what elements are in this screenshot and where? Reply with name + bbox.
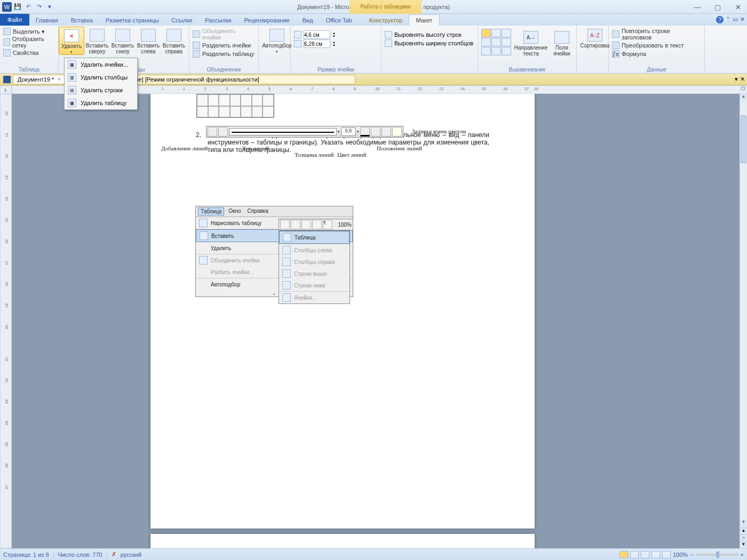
sort-icon: A↓Z: [587, 29, 602, 42]
insert-left-button[interactable]: Вставить слева: [136, 27, 161, 55]
tab-view[interactable]: Вид: [296, 15, 320, 26]
scroll-up-icon[interactable]: ▲: [740, 94, 747, 101]
status-words[interactable]: Число слов: 770: [58, 551, 102, 558]
split-cells-button[interactable]: Разделить ячейки: [193, 42, 255, 49]
doc-toolbar-figure: ▾ 0,5▾: [206, 126, 403, 138]
ribbon-options-icon[interactable]: ▭: [733, 16, 738, 23]
label-add-lines: Добавление линий: [161, 145, 208, 151]
status-proofing-icon[interactable]: ✗: [112, 551, 116, 558]
web-view-icon[interactable]: [641, 551, 649, 558]
delete-button[interactable]: ✕Удалить▾: [59, 27, 84, 55]
vertical-ruler[interactable]: 101112131415161718192021222324252627: [0, 94, 12, 548]
minimize-button[interactable]: —: [690, 3, 704, 11]
title-bar: W 💾 ↶ ↷ ▾ Документ19 - Microsoft Word (С…: [0, 0, 747, 14]
alignment-grid[interactable]: [481, 29, 511, 57]
group-cell-size: ▲▼ ▲▼ Размер ячейки: [291, 26, 382, 73]
redo-icon[interactable]: ↷: [34, 2, 44, 12]
properties-button[interactable]: Свойства: [3, 49, 55, 57]
delete-columns-item[interactable]: ▥Удалить столбцы: [65, 71, 137, 84]
group-distribute: Выровнять высоту строк Выровнять ширину …: [382, 26, 478, 73]
undo-icon[interactable]: ↶: [23, 2, 33, 12]
insert-above-icon: [90, 29, 105, 42]
tab-office-tab[interactable]: Office Tab: [320, 15, 359, 26]
distribute-rows-button[interactable]: Выровнять высоту строк: [385, 31, 474, 38]
draft-view-icon[interactable]: [662, 551, 671, 558]
tab-mailings[interactable]: Рассылки: [198, 15, 237, 26]
ribbon-minimize-icon[interactable]: ⌃: [726, 16, 730, 23]
group-sort: A↓ZСортировка: [577, 26, 609, 73]
text-direction-button[interactable]: A→Направление текста: [514, 29, 547, 57]
view-gridlines-button[interactable]: Отобразить сетку: [3, 36, 55, 49]
zoom-out-icon[interactable]: −: [690, 551, 693, 558]
scroll-down-icon[interactable]: ▼: [740, 519, 747, 527]
delete-rows-item[interactable]: ▤Удалить строки: [65, 84, 137, 97]
text-direction-icon: A→: [523, 31, 538, 44]
merge-cells-button[interactable]: Объединить ячейки: [193, 28, 255, 41]
help-icon[interactable]: ?: [716, 16, 724, 23]
contextual-tab-header: Работа с таблицами: [349, 0, 422, 14]
ruler-corner[interactable]: L: [0, 85, 12, 94]
margins-icon: [554, 31, 569, 44]
delete-dropdown: ▦Удалить ячейки... ▥Удалить столбцы ▤Уда…: [64, 58, 138, 110]
tab-table-design[interactable]: Конструктор: [363, 15, 409, 26]
vertical-scrollbar[interactable]: ▲ ▼ ▲ ○ ▼: [740, 94, 747, 548]
status-page[interactable]: Страница: 1 из 8: [3, 551, 49, 558]
group-data: Повторить строки заголовков Преобразоват…: [609, 26, 705, 73]
delete-table-item[interactable]: ▦Удалить таблицу: [65, 97, 137, 109]
convert-text-button[interactable]: Преобразовать в текст: [612, 42, 701, 49]
label-fill: Заливка ячеек цветом: [412, 128, 466, 134]
column-width-field[interactable]: ▲▼: [294, 39, 378, 48]
sort-button[interactable]: A↓ZСортировка: [580, 27, 610, 49]
tab-menu-icon[interactable]: ▾: [735, 76, 738, 83]
insert-right-icon: [166, 29, 181, 42]
status-language[interactable]: русский: [121, 551, 141, 558]
doc-tab-1[interactable]: Документ19 *✕: [13, 75, 66, 84]
select-button[interactable]: Выделить ▾: [3, 28, 55, 35]
outline-view-icon[interactable]: [651, 551, 660, 558]
ribbon-close-icon[interactable]: ✕: [740, 16, 745, 23]
repeat-header-button[interactable]: Повторить строки заголовков: [612, 28, 701, 41]
tab-table-layout[interactable]: Макет: [409, 14, 439, 26]
scroll-thumb[interactable]: [741, 115, 746, 163]
cell-margins-button[interactable]: Поля ячейки: [551, 29, 573, 57]
fullscreen-view-icon[interactable]: [630, 551, 639, 558]
label-thickness: Толщина линий: [295, 151, 334, 158]
window-controls: — ▢ ✕: [690, 0, 745, 14]
row-height-field[interactable]: ▲▼: [294, 30, 378, 39]
split-table-button[interactable]: Разделить таблицу: [193, 50, 255, 58]
zoom-slider[interactable]: [696, 554, 738, 556]
print-layout-view-icon[interactable]: [619, 551, 628, 558]
group-size-title: Размер ячейки: [294, 67, 378, 73]
delete-cells-item[interactable]: ▦Удалить ячейки...: [65, 58, 137, 71]
distribute-columns-button[interactable]: Выровнять ширину столбцов: [385, 39, 474, 47]
status-bar: Страница: 1 из 8 Число слов: 770 ✗ русск…: [0, 548, 747, 560]
close-button[interactable]: ✕: [731, 3, 745, 11]
distribute-cols-icon: [385, 39, 392, 47]
insert-right-button[interactable]: Вставить справа: [161, 27, 187, 55]
insert-below-button[interactable]: Вставить снизу: [110, 27, 136, 55]
tab-insert[interactable]: Вставка: [65, 15, 99, 26]
next-page-icon[interactable]: ▼: [740, 541, 747, 548]
document-canvas[interactable]: 2. Вызвать панель инструментов «Таблицы …: [12, 94, 740, 548]
zoom-in-icon[interactable]: +: [741, 551, 744, 558]
file-tab[interactable]: Файл: [0, 14, 29, 26]
browse-object-icon[interactable]: ○: [740, 534, 747, 541]
ruler-toggle[interactable]: ▢: [740, 85, 747, 94]
tab-page-layout[interactable]: Разметка страницы: [99, 15, 165, 26]
prev-page-icon[interactable]: ▲: [740, 527, 747, 534]
tab-references[interactable]: Ссылки: [165, 15, 199, 26]
page-1: 2. Вызвать панель инструментов «Таблицы …: [150, 94, 535, 529]
insert-above-button[interactable]: Вставить сверху: [84, 27, 110, 55]
quick-access-toolbar: W 💾 ↶ ↷ ▾: [0, 2, 54, 12]
repeat-header-icon: [612, 30, 619, 38]
tab-home[interactable]: Главная: [29, 15, 65, 26]
maximize-button[interactable]: ▢: [711, 3, 725, 11]
autofit-button[interactable]: Автоподбор▾: [262, 27, 292, 54]
formula-button[interactable]: ƒxФормула: [612, 50, 701, 58]
close-tab-icon[interactable]: ✕: [57, 77, 61, 82]
tab-close-all-icon[interactable]: ✕: [740, 76, 745, 83]
tab-review[interactable]: Рецензирование: [238, 15, 296, 26]
qat-dropdown-icon[interactable]: ▾: [45, 2, 54, 12]
zoom-level[interactable]: 100%: [673, 551, 688, 558]
save-icon[interactable]: 💾: [13, 2, 22, 12]
